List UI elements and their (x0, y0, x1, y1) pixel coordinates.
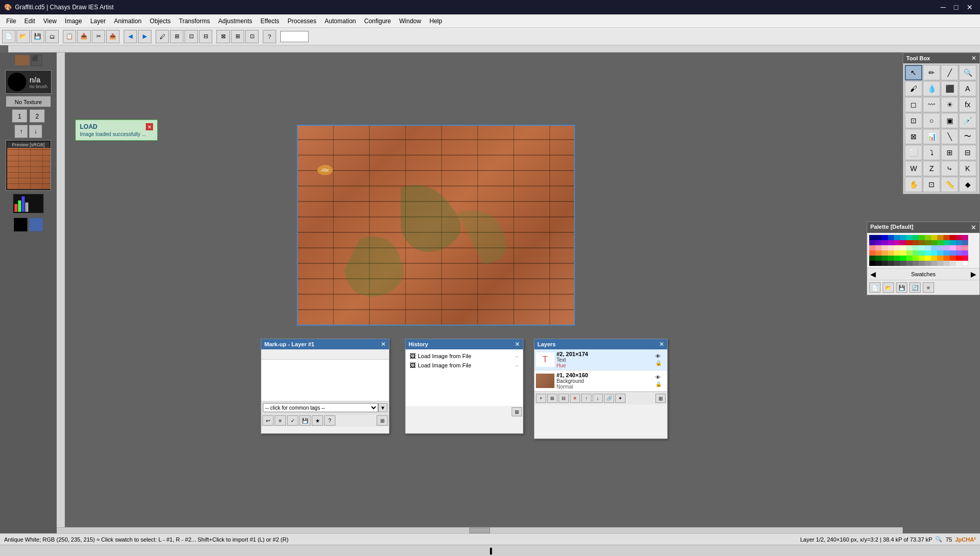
color-cell[interactable] (931, 245, 937, 250)
help-button[interactable]: ? (263, 30, 276, 43)
color-cell[interactable] (913, 240, 919, 245)
menu-window[interactable]: Window (395, 16, 426, 26)
layer-effects-btn[interactable]: ✦ (615, 394, 626, 403)
color-cell[interactable] (937, 261, 943, 266)
tool-brush-a[interactable]: ⊡ (923, 177, 940, 192)
tool-clone[interactable]: ⊡ (905, 113, 922, 128)
tool-eraser[interactable]: ◻ (905, 97, 922, 112)
layer-delete-btn[interactable]: ✕ (570, 394, 580, 403)
palette-open-btn[interactable]: 📂 (883, 282, 894, 293)
distribute-tool[interactable]: ⊞ (231, 30, 244, 43)
color-cell[interactable] (962, 240, 968, 245)
markup-check-btn[interactable]: ✓ (287, 415, 298, 426)
undo-button[interactable]: ◀ (124, 30, 137, 43)
tab-image-icon[interactable] (14, 55, 30, 66)
color-cell[interactable] (875, 261, 882, 266)
color-cell[interactable] (906, 256, 913, 261)
tool-chart[interactable]: 📊 (923, 129, 940, 144)
layer-1-button[interactable]: 1 (12, 109, 27, 123)
color-cell[interactable] (937, 235, 943, 240)
color-cell[interactable] (925, 256, 931, 261)
color-cell[interactable] (894, 235, 900, 240)
menu-help[interactable]: Help (425, 16, 446, 26)
canvas-image[interactable] (297, 125, 575, 326)
maximize-button[interactable]: □ (951, 2, 961, 12)
color-cell[interactable] (882, 261, 888, 266)
color-cell[interactable] (950, 250, 956, 256)
color-cell[interactable] (913, 256, 919, 261)
layer-1-eye-icon[interactable]: 👁 (655, 375, 666, 380)
tool-letter[interactable]: W (905, 161, 922, 176)
color-cell[interactable] (962, 261, 968, 266)
color-cell[interactable] (894, 240, 900, 245)
markup-panel-close[interactable]: ✕ (381, 341, 386, 348)
history-panel-close[interactable]: ✕ (515, 341, 520, 348)
foreground-swatch[interactable] (13, 217, 28, 232)
tool-k[interactable]: K (959, 161, 976, 176)
layer-1-lock-icon[interactable]: 🔒 (655, 381, 666, 387)
tool-slash[interactable]: ╲ (941, 129, 958, 144)
color-cell[interactable] (900, 261, 906, 266)
menu-effects[interactable]: Effects (257, 16, 283, 26)
color-cell[interactable] (919, 245, 925, 250)
layer-group-btn[interactable]: ⊟ (559, 394, 569, 403)
markup-help-btn[interactable]: ? (324, 415, 335, 426)
tool-magnify[interactable]: 🔍 (959, 65, 976, 80)
color-cell[interactable] (937, 250, 943, 256)
markup-panel-header[interactable]: Mark-up - Layer #1 ✕ (261, 339, 389, 349)
markup-list-btn[interactable]: ≡ (275, 415, 286, 426)
color-cell[interactable] (919, 256, 925, 261)
color-cell[interactable] (931, 240, 937, 245)
color-cell[interactable] (900, 245, 906, 250)
color-cell[interactable] (882, 235, 888, 240)
tool-drag[interactable]: ✋ (905, 177, 922, 192)
window-controls[interactable]: ─ □ ✕ (938, 2, 976, 12)
color-cell[interactable] (888, 261, 894, 266)
swatches-prev-button[interactable]: ◀ (870, 270, 876, 278)
color-cell[interactable] (925, 250, 931, 256)
layer-down-btn[interactable]: ↓ (593, 394, 603, 403)
menu-view[interactable]: View (39, 16, 61, 26)
color-cell[interactable] (882, 240, 888, 245)
color-cell[interactable] (956, 256, 962, 261)
tool-eyedrop[interactable]: 💉 (959, 113, 976, 128)
color-cell[interactable] (919, 250, 925, 256)
color-cell[interactable] (950, 245, 956, 250)
color-cell[interactable] (913, 250, 919, 256)
tool-spray[interactable]: 💧 (923, 81, 940, 96)
crop-tool[interactable]: ⊟ (199, 30, 212, 43)
menu-configure[interactable]: Configure (360, 16, 395, 26)
color-cell[interactable] (950, 240, 956, 245)
menu-animation[interactable]: Animation (110, 16, 145, 26)
tool-z[interactable]: Z (923, 161, 940, 176)
color-cell[interactable] (869, 235, 875, 240)
color-cell[interactable] (869, 240, 875, 245)
palette-close-button[interactable]: ✕ (971, 224, 976, 231)
layer-up-btn[interactable]: ↑ (581, 394, 592, 403)
markup-undo-btn[interactable]: ↩ (262, 415, 274, 426)
load-close-button[interactable]: ✕ (146, 123, 153, 130)
menu-processes[interactable]: Processes (283, 16, 320, 26)
color-cell[interactable] (950, 256, 956, 261)
color-cell[interactable] (931, 250, 937, 256)
layer-copy-btn[interactable]: ⊞ (547, 394, 557, 403)
palette-new-btn[interactable]: 📄 (869, 282, 881, 293)
tool-shapes[interactable]: ◆ (959, 177, 976, 192)
color-cell[interactable] (906, 240, 913, 245)
color-cell[interactable] (869, 250, 875, 256)
palette-settings-btn[interactable]: ≡ (923, 282, 934, 293)
color-cell[interactable] (950, 261, 956, 266)
color-cell[interactable] (937, 256, 943, 261)
color-cell[interactable] (937, 240, 943, 245)
layer-item-1[interactable]: #1, 240×160 Background Normal 👁 🔒 (534, 370, 667, 392)
save-button[interactable]: 💾 (31, 30, 44, 43)
color-cell[interactable] (882, 245, 888, 250)
new-button[interactable]: 📄 (2, 30, 15, 43)
color-cell[interactable] (888, 250, 894, 256)
color-cell[interactable] (900, 250, 906, 256)
menu-file[interactable]: File (2, 16, 20, 26)
color-cell[interactable] (900, 256, 906, 261)
tool-smudge[interactable]: 〰 (923, 97, 940, 112)
color-cell[interactable] (888, 245, 894, 250)
select-tool[interactable]: 🖊 (156, 30, 169, 43)
